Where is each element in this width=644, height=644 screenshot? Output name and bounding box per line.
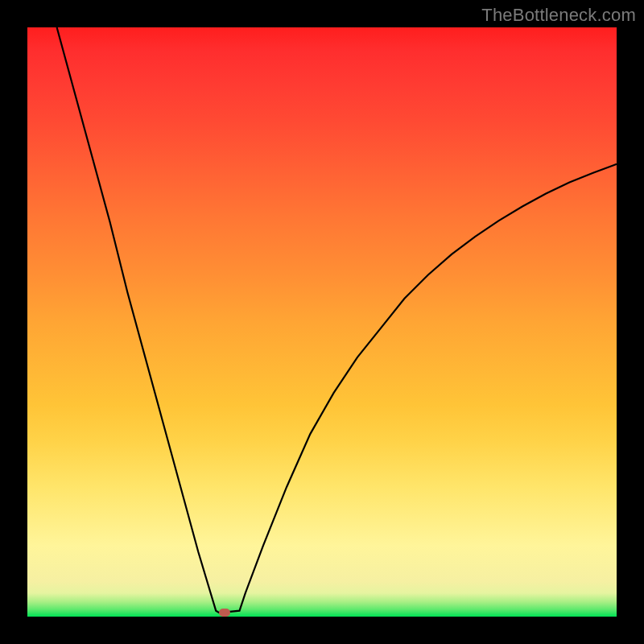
gradient-background [27,27,617,617]
chart-frame: TheBottleneck.com [0,0,644,644]
watermark-text: TheBottleneck.com [481,5,636,26]
plot-area [27,27,617,617]
optimal-point-marker [219,609,230,617]
